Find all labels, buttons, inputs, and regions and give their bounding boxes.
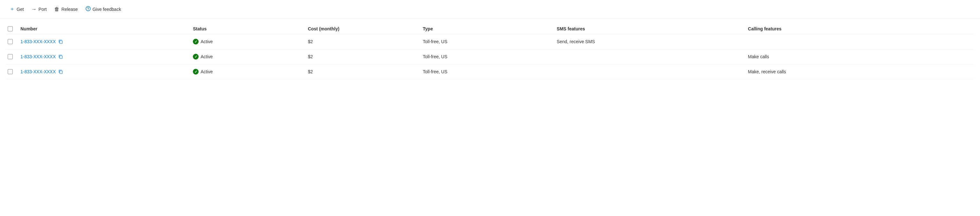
feedback-label: Give feedback [92,7,121,12]
feedback-icon [86,6,91,13]
copy-number-button[interactable] [58,54,64,59]
row-type-cell: Toll-free, US [419,49,553,64]
row-calling-cell [744,34,974,49]
status-text: Active [200,39,213,44]
cost-header: Cost (monthly) [304,24,419,34]
row-checkbox-1[interactable] [8,54,13,59]
phone-number-link[interactable]: 1-833-XXX-XXXX [21,69,185,75]
table-row: 1-833-XXX-XXXX Active $2 Toll-free, US [6,64,974,79]
get-label: Get [17,7,24,12]
table-header-row: Number Status Cost (monthly) Type SMS fe… [6,24,974,34]
row-number-cell: 1-833-XXX-XXXX [17,34,189,49]
copy-number-button[interactable] [58,69,64,75]
table-row: 1-833-XXX-XXXX Active $2 Toll-free, US [6,49,974,64]
row-checkbox-cell [6,49,17,64]
get-button[interactable]: ＋ Get [6,4,27,14]
calling-header: Calling features [744,24,974,34]
row-type-cell: Toll-free, US [419,64,553,79]
row-status-cell: Active [189,49,304,64]
type-header: Type [419,24,553,34]
row-calling-cell: Make calls [744,49,974,64]
phone-number-link[interactable]: 1-833-XXX-XXXX [21,39,185,45]
phone-numbers-table-container: Number Status Cost (monthly) Type SMS fe… [0,19,980,85]
row-sms-cell [553,64,744,79]
trash-icon: 🗑 [54,6,59,12]
row-cost-cell: $2 [304,64,419,79]
row-status-cell: Active [189,64,304,79]
status-text: Active [200,69,213,74]
active-status-icon [193,39,199,45]
arrow-icon: → [32,6,37,12]
svg-point-1 [88,10,89,10]
release-button[interactable]: 🗑 Release [51,5,81,14]
row-checkbox-cell [6,64,17,79]
row-checkbox-0[interactable] [8,39,13,44]
active-status-icon [193,54,199,59]
status-display: Active [193,69,300,75]
select-all-header [6,24,17,34]
port-button[interactable]: → Port [29,5,50,14]
row-sms-cell [553,49,744,64]
row-cost-cell: $2 [304,34,419,49]
number-header: Number [17,24,189,34]
row-checkbox-cell [6,34,17,49]
feedback-button[interactable]: Give feedback [83,4,124,14]
status-header: Status [189,24,304,34]
row-type-cell: Toll-free, US [419,34,553,49]
row-status-cell: Active [189,34,304,49]
phone-numbers-table: Number Status Cost (monthly) Type SMS fe… [6,24,974,79]
status-text: Active [200,54,213,59]
svg-rect-4 [60,71,62,74]
port-label: Port [39,7,47,12]
copy-number-button[interactable] [58,39,64,45]
svg-rect-2 [60,41,62,43]
svg-rect-3 [60,56,62,59]
row-number-cell: 1-833-XXX-XXXX [17,64,189,79]
row-sms-cell: Send, receive SMS [553,34,744,49]
active-status-icon [193,69,199,75]
row-checkbox-2[interactable] [8,69,13,74]
release-label: Release [61,7,78,12]
toolbar: ＋ Get → Port 🗑 Release Give feedback [0,0,980,19]
row-cost-cell: $2 [304,49,419,64]
row-calling-cell: Make, receive calls [744,64,974,79]
table-row: 1-833-XXX-XXXX Active $2 Toll-free, US [6,34,974,49]
status-display: Active [193,39,300,45]
phone-number-link[interactable]: 1-833-XXX-XXXX [21,54,185,59]
status-display: Active [193,54,300,59]
select-all-checkbox[interactable] [8,26,13,31]
row-number-cell: 1-833-XXX-XXXX [17,49,189,64]
plus-icon: ＋ [10,6,15,13]
sms-header: SMS features [553,24,744,34]
svg-point-0 [86,6,91,11]
